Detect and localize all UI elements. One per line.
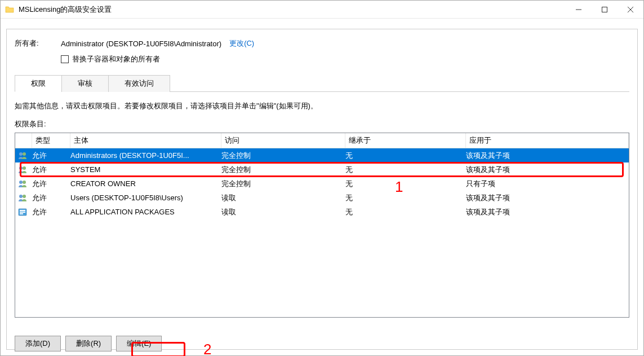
annotation-number-1: 1 [395,178,403,196]
svg-point-9 [23,181,26,184]
cell-type: 允许 [29,207,67,217]
owner-label: 所有者: [15,38,61,49]
cell-access: 读取 [218,207,342,217]
cell-inherited: 无 [342,151,463,161]
cell-applies: 该项及其子项 [463,193,629,203]
window-controls [566,1,643,18]
col-access[interactable]: 访问 [221,133,345,148]
col-icon-spacer [15,133,32,148]
cell-inherited: 无 [342,207,463,217]
tabs: 权限 审核 有效访问 [15,74,629,92]
cell-applies: 只有子项 [463,179,629,189]
change-owner-link[interactable]: 更改(C) [229,38,254,49]
svg-rect-15 [20,213,23,214]
replace-owner-label: 替换子容器和对象的所有者 [72,54,160,64]
principal-icon [16,151,29,160]
list-body: 允许Administrators (DESKTOP-1U0F5I...完全控制无… [15,148,629,219]
col-type[interactable]: 类型 [32,133,70,148]
replace-owner-checkbox[interactable] [61,55,69,63]
cell-principal: CREATOR OWNER [67,179,218,188]
cell-applies: 该项及其子项 [463,207,629,217]
folder-icon [5,5,14,14]
advanced-security-window: MSLicensing的高级安全设置 所有者: Administrator (D… [0,0,644,356]
annotation-number-2: 2 [203,341,211,356]
edit-button[interactable]: 编辑(E) [116,336,162,351]
tab-auditing[interactable]: 审核 [61,75,109,92]
svg-rect-13 [20,210,25,211]
svg-point-8 [19,181,23,184]
principal-icon [16,179,29,188]
col-applies[interactable]: 应用于 [466,133,629,148]
table-row[interactable]: 允许Users (DESKTOP-1U0F5I8\Users)读取无该项及其子项 [15,191,629,205]
col-inherited[interactable]: 继承于 [345,133,466,148]
svg-point-4 [19,152,23,156]
principal-icon [16,165,29,174]
maximize-button[interactable] [592,1,618,18]
svg-point-5 [23,152,26,156]
svg-rect-14 [20,212,25,213]
cell-type: 允许 [29,151,67,161]
cell-inherited: 无 [342,165,463,175]
col-principal[interactable]: 主体 [70,133,221,148]
table-row[interactable]: 允许CREATOR OWNER完全控制无只有子项 [15,177,629,191]
table-row[interactable]: 允许ALL APPLICATION PACKAGES读取无该项及其子项 [15,205,629,219]
cell-principal: ALL APPLICATION PACKAGES [67,208,218,216]
cell-access: 完全控制 [218,179,342,189]
svg-rect-1 [602,7,607,12]
entries-label: 权限条目: [15,119,629,129]
list-header: 类型 主体 访问 继承于 应用于 [15,133,629,148]
cell-principal: SYSTEM [67,165,218,174]
cell-access: 完全控制 [218,151,342,161]
cell-type: 允许 [29,179,67,189]
close-button[interactable] [618,1,643,18]
svg-point-6 [19,166,23,170]
cell-type: 允许 [29,193,67,203]
add-button[interactable]: 添加(D) [15,336,61,351]
cell-access: 读取 [218,193,342,203]
tab-permissions[interactable]: 权限 [15,75,62,92]
svg-point-7 [23,166,26,170]
remove-button[interactable]: 删除(R) [65,336,112,351]
window-title: MSLicensing的高级安全设置 [19,5,566,15]
cell-principal: Users (DESKTOP-1U0F5I8\Users) [67,194,218,202]
cell-type: 允许 [29,165,67,175]
table-row[interactable]: 允许Administrators (DESKTOP-1U0F5I...完全控制无… [15,148,629,162]
owner-value: Administrator (DESKTOP-1U0F5I8\Administr… [61,39,221,48]
svg-point-10 [19,195,23,198]
svg-point-11 [23,195,26,198]
titlebar: MSLicensing的高级安全设置 [1,1,643,19]
minimize-button[interactable] [566,1,592,18]
permission-entries-list: 类型 主体 访问 继承于 应用于 允许Administrators (DESKT… [15,133,629,318]
instructions-text: 如需其他信息，请双击权限项目。若要修改权限项目，请选择该项目并单击"编辑"(如果… [15,101,629,111]
cell-applies: 该项及其子项 [463,165,629,175]
content-pane: 所有者: Administrator (DESKTOP-1U0F5I8\Admi… [6,29,638,350]
principal-icon [16,194,29,203]
cell-principal: Administrators (DESKTOP-1U0F5I... [67,151,218,160]
tab-effective-access[interactable]: 有效访问 [108,75,170,92]
table-row[interactable]: 允许SYSTEM完全控制无该项及其子项 [15,162,629,177]
cell-applies: 该项及其子项 [463,151,629,161]
principal-icon [16,208,29,217]
cell-access: 完全控制 [218,165,342,175]
